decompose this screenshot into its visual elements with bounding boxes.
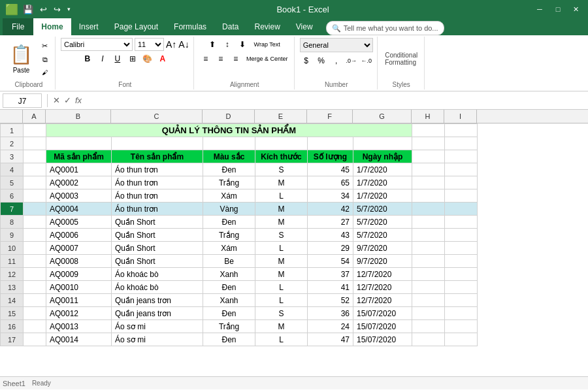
cell-color-13[interactable]: Đen (203, 333, 255, 346)
cell-id-6[interactable]: AQ0007 (46, 242, 112, 255)
cell-name-12[interactable]: Áo sơ mi (112, 320, 203, 333)
cell-name-8[interactable]: Áo khoác bò (112, 268, 203, 281)
cell-id-4[interactable]: AQ0005 (46, 216, 112, 229)
cell-h-11[interactable] (412, 307, 445, 320)
cell-size-12[interactable]: M (255, 320, 308, 333)
cell-color-5[interactable]: Trắng (203, 229, 255, 242)
cell-date-12[interactable]: 15/07/2020 (353, 320, 412, 333)
tell-me-box[interactable]: 🔍 Tell me what you want to do... (326, 21, 444, 35)
cell-h2[interactable] (412, 137, 445, 150)
cell-name-7[interactable]: Quần Short (112, 255, 203, 268)
maximize-btn[interactable]: □ (551, 3, 564, 16)
cell-d2[interactable] (203, 137, 255, 150)
font-size-select[interactable]: 11 (135, 38, 164, 51)
cell-qty-3[interactable]: 42 (308, 203, 353, 216)
cell-i2[interactable] (445, 137, 478, 150)
copy-button[interactable]: ⧉ (39, 54, 51, 66)
cell-qty-8[interactable]: 37 (308, 268, 353, 281)
cell-id-3[interactable]: AQ0004 (46, 203, 112, 216)
cell-a6[interactable] (24, 189, 46, 203)
row-num-3[interactable]: 3 (1, 150, 24, 163)
cell-h-10[interactable] (412, 294, 445, 307)
close-btn[interactable]: ✕ (570, 3, 583, 16)
cell-h-0[interactable] (412, 163, 445, 176)
cell-i-4[interactable] (445, 216, 478, 229)
cell-id-11[interactable]: AQ0012 (46, 307, 112, 320)
cell-date-8[interactable]: 12/7/2020 (353, 268, 412, 281)
cell-i-11[interactable] (445, 307, 478, 320)
header-cell-1[interactable]: Tên sản phẩm (112, 150, 203, 163)
cell-name-10[interactable]: Quần jeans trơn (112, 294, 203, 307)
cell-color-4[interactable]: Đen (203, 216, 255, 229)
cell-id-13[interactable]: AQ0014 (46, 333, 112, 346)
cell-size-2[interactable]: L (255, 189, 308, 203)
cell-qty-13[interactable]: 47 (308, 333, 353, 346)
table-scroll-area[interactable]: 1 QUẢN LÝ THÔNG TIN SẢN PHẨM 2 3 Mã sản … (0, 123, 588, 376)
cell-name-13[interactable]: Áo sơ mi (112, 333, 203, 346)
cell-a15[interactable] (24, 307, 46, 320)
minimize-btn[interactable]: ─ (533, 3, 546, 16)
cell-date-5[interactable]: 5/7/2020 (353, 229, 412, 242)
cell-size-4[interactable]: M (255, 216, 308, 229)
cell-i-1[interactable] (445, 176, 478, 189)
cell-h-7[interactable] (412, 255, 445, 268)
cell-name-11[interactable]: Quần jeans trơn (112, 307, 203, 320)
cell-id-8[interactable]: AQ0009 (46, 268, 112, 281)
cell-size-3[interactable]: M (255, 203, 308, 216)
align-bottom-button[interactable]: ⬇ (236, 38, 249, 51)
header-cell-5[interactable]: Ngày nhập (353, 150, 412, 163)
col-header-i[interactable]: I (444, 110, 477, 123)
border-button[interactable]: ⊞ (126, 52, 139, 65)
row-num-12[interactable]: 12 (1, 268, 24, 281)
cell-id-1[interactable]: AQ0002 (46, 176, 112, 189)
decrease-font-button[interactable]: A↓ (178, 39, 189, 50)
row-num-11[interactable]: 11 (1, 255, 24, 268)
col-header-d[interactable]: D (203, 110, 255, 123)
cell-h-3[interactable] (412, 203, 445, 216)
cell-name-3[interactable]: Áo thun trơn (112, 203, 203, 216)
cell-i1[interactable] (445, 124, 478, 137)
cell-color-1[interactable]: Trắng (203, 176, 255, 189)
cell-date-11[interactable]: 15/07/2020 (353, 307, 412, 320)
row-num-13[interactable]: 13 (1, 281, 24, 294)
sheet-tab[interactable]: Sheet1 (3, 380, 25, 387)
cell-size-9[interactable]: L (255, 281, 308, 294)
cell-h-1[interactable] (412, 176, 445, 189)
cell-date-1[interactable]: 1/7/2020 (353, 176, 412, 189)
cut-button[interactable]: ✂ (39, 40, 51, 52)
cell-qty-12[interactable]: 24 (308, 320, 353, 333)
cell-i-10[interactable] (445, 294, 478, 307)
cell-name-6[interactable]: Quần Short (112, 242, 203, 255)
percent-button[interactable]: % (315, 54, 328, 67)
cell-a11[interactable] (24, 255, 46, 268)
cell-size-10[interactable]: L (255, 294, 308, 307)
align-top-button[interactable]: ⬆ (206, 38, 219, 51)
format-painter-button[interactable]: 🖌 (39, 67, 51, 78)
align-left-button[interactable]: ≡ (199, 52, 212, 65)
row-num-10[interactable]: 10 (1, 242, 24, 255)
underline-button[interactable]: U (111, 52, 124, 65)
col-header-h[interactable]: H (412, 110, 444, 123)
cell-name-0[interactable]: Áo thun trơn (112, 163, 203, 176)
formula-input[interactable] (84, 96, 585, 105)
cell-i-5[interactable] (445, 229, 478, 242)
cell-id-12[interactable]: AQ0013 (46, 320, 112, 333)
cell-qty-6[interactable]: 29 (308, 242, 353, 255)
comma-button[interactable]: , (330, 54, 343, 67)
cell-a9[interactable] (24, 229, 46, 242)
cell-b2[interactable] (46, 137, 112, 150)
cell-color-11[interactable]: Đen (203, 307, 255, 320)
cell-date-6[interactable]: 9/7/2020 (353, 242, 412, 255)
cell-i-13[interactable] (445, 333, 478, 346)
cell-size-0[interactable]: S (255, 163, 308, 176)
align-middle-button[interactable]: ↕ (221, 38, 234, 51)
font-name-select[interactable]: Calibri (61, 38, 133, 51)
cell-a1[interactable] (24, 124, 46, 137)
cell-h-4[interactable] (412, 216, 445, 229)
cell-qty-9[interactable]: 41 (308, 281, 353, 294)
row-num-17[interactable]: 17 (1, 333, 24, 346)
number-format-select[interactable]: General (300, 38, 373, 52)
cell-h3[interactable] (412, 150, 445, 163)
tab-file[interactable]: File (3, 18, 33, 35)
cell-date-10[interactable]: 12/7/2020 (353, 294, 412, 307)
